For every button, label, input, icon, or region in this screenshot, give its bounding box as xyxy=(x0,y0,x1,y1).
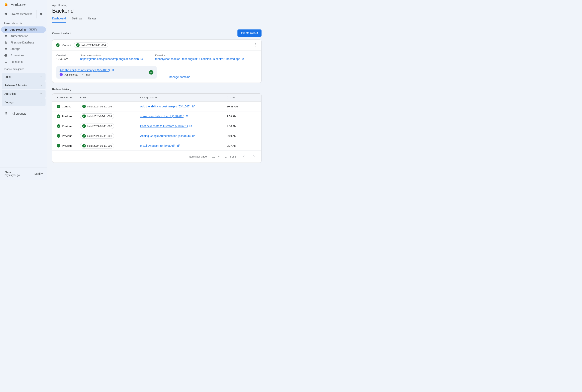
category-label: Analytics xyxy=(5,92,16,96)
tab-bar: DashboardSettingsUsage xyxy=(52,17,262,23)
brand-row: Firebase xyxy=(0,0,47,9)
svg-point-0 xyxy=(5,35,6,36)
project-overview-row[interactable]: Project Overview xyxy=(0,9,47,19)
firebase-logo-icon xyxy=(4,2,9,7)
tab-dashboard[interactable]: Dashboard xyxy=(52,17,66,23)
nav-icon xyxy=(4,28,8,31)
chevron-down-icon xyxy=(40,75,43,78)
breadcrumb[interactable]: App Hosting xyxy=(52,4,262,7)
pager-next-button[interactable] xyxy=(251,154,257,160)
svg-point-3 xyxy=(255,43,256,44)
build-pill[interactable]: build-2024-05-11-003 xyxy=(80,114,114,119)
row-build-id: build-2024-05-11-000 xyxy=(87,144,112,147)
create-rollout-button[interactable]: Create rollout xyxy=(237,30,262,37)
change-link[interactable]: Install AngularFire (f04a06b) xyxy=(140,144,180,147)
more-vertical-icon xyxy=(254,43,258,47)
row-status: Previous xyxy=(62,125,72,128)
table-row: Previous build-2024-05-11-001 Adding Goo… xyxy=(52,131,261,141)
plan-modify-button[interactable]: Modify xyxy=(35,172,43,175)
items-per-page-label: Items per page: xyxy=(189,155,207,158)
pager-range: 1 – 5 of 5 xyxy=(225,155,236,158)
chevron-down-icon xyxy=(40,92,43,96)
repo-label: Source repository xyxy=(80,54,143,57)
sidebar-nav-list: App HostingNEW Authentication Firestore … xyxy=(0,26,47,65)
nav-label: Firestore Database xyxy=(11,41,34,44)
sidebar-categories-label: Product categories xyxy=(0,65,47,72)
main-content: App Hosting Backend DashboardSettingsUsa… xyxy=(47,0,266,180)
chevron-right-icon xyxy=(252,154,256,158)
current-rollout-title: Current rollout xyxy=(52,32,71,35)
check-circle-icon xyxy=(149,70,153,74)
change-link[interactable]: Post new chats to Firestore (7107a31) xyxy=(140,124,192,128)
external-link-icon xyxy=(189,124,192,128)
sidebar-item-storage[interactable]: Storage xyxy=(1,46,46,52)
check-circle-icon xyxy=(57,124,60,128)
dropdown-arrow-icon xyxy=(217,155,220,158)
sidebar-item-app-hosting[interactable]: App HostingNEW xyxy=(1,26,46,33)
nav-icon xyxy=(4,34,8,38)
change-link[interactable]: Adding Google Authentication (dcaab0b) xyxy=(140,134,195,138)
category-label: Build xyxy=(5,75,11,78)
commit-link[interactable]: Add the ability to post images (6341067) xyxy=(60,68,114,72)
sidebar-item-extensions[interactable]: Extensions xyxy=(1,52,46,58)
manage-domains-link[interactable]: Manage domains xyxy=(169,75,190,78)
row-created: 9:58 AM xyxy=(227,115,257,118)
chevron-down-icon xyxy=(40,100,43,104)
tab-usage[interactable]: Usage xyxy=(88,17,96,23)
build-pill[interactable]: build-2024-05-11-004 xyxy=(74,42,108,48)
avatar xyxy=(60,73,63,76)
external-link-icon xyxy=(177,144,180,147)
svg-point-1 xyxy=(6,35,7,36)
category-engage[interactable]: Engage xyxy=(2,98,46,106)
category-analytics[interactable]: Analytics xyxy=(2,90,46,98)
col-header-change: Change details xyxy=(140,96,227,99)
row-created: 9:49 AM xyxy=(227,134,257,138)
row-status: Previous xyxy=(62,115,72,118)
more-menu-button[interactable] xyxy=(254,43,258,48)
nav-icon xyxy=(4,47,8,50)
nav-label: Extensions xyxy=(11,54,24,57)
sidebar-item-functions[interactable]: Functions xyxy=(1,58,46,65)
build-pill[interactable]: build-2024-05-11-001 xyxy=(80,133,114,139)
sidebar-item-firestore-database[interactable]: Firestore Database xyxy=(1,39,46,46)
sidebar-item-authentication[interactable]: Authentication xyxy=(1,33,46,39)
row-build-id: build-2024-05-11-002 xyxy=(87,125,112,128)
build-id: build-2024-05-11-004 xyxy=(81,44,106,47)
svg-point-4 xyxy=(255,44,256,45)
all-products-label: All products xyxy=(12,112,26,115)
tab-settings[interactable]: Settings xyxy=(72,17,82,23)
change-link[interactable]: Add the ability to post images (6341067) xyxy=(140,105,195,108)
items-per-page-select[interactable]: 10 xyxy=(212,155,220,158)
svg-point-7 xyxy=(82,75,83,75)
pager-prev-button[interactable] xyxy=(241,154,246,160)
build-pill[interactable]: build-2024-05-11-002 xyxy=(80,123,114,129)
category-list: Build Release & Monitor Analytics Engage xyxy=(0,73,47,106)
domains-label: Domains xyxy=(155,54,257,57)
project-settings-button[interactable] xyxy=(36,10,45,18)
created-value: 10:43 AM xyxy=(56,57,68,60)
check-circle-icon xyxy=(82,114,86,118)
all-products-link[interactable]: All products xyxy=(0,108,47,118)
row-created: 9:27 AM xyxy=(227,144,257,147)
col-header-created: Created xyxy=(227,96,257,99)
row-created: 9:50 AM xyxy=(227,125,257,128)
grid-icon xyxy=(4,112,8,116)
nav-icon xyxy=(4,41,8,44)
table-footer: Items per page: 10 1 – 5 of 5 xyxy=(52,150,261,162)
category-build[interactable]: Build xyxy=(2,73,46,81)
check-circle-icon xyxy=(57,134,60,138)
sidebar-shortcuts-label: Project shortcuts xyxy=(0,19,47,26)
check-circle-icon xyxy=(82,134,86,138)
build-pill[interactable]: build-2024-05-11-000 xyxy=(80,143,114,148)
svg-point-5 xyxy=(255,46,256,46)
check-circle-icon xyxy=(82,104,86,108)
repo-link[interactable]: https://github.com/jhuleatt/tmp-angular-… xyxy=(80,57,143,60)
category-release-monitor[interactable]: Release & Monitor xyxy=(2,81,46,90)
rollout-history-title: Rollout history xyxy=(52,88,262,91)
domain-link[interactable]: friendlychat-codelab--test-angular17-cod… xyxy=(155,57,245,60)
chevron-left-icon xyxy=(242,154,246,158)
gear-icon xyxy=(39,12,43,16)
build-pill[interactable]: build-2024-05-11-004 xyxy=(80,104,114,109)
change-link[interactable]: show new chats in the UI (198a89f) xyxy=(140,115,189,118)
col-header-build: Build xyxy=(80,96,140,99)
